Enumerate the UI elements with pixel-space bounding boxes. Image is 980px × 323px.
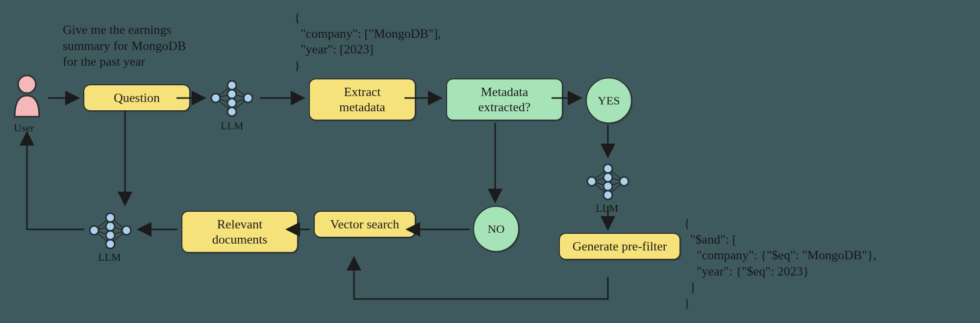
arrows-layer	[0, 0, 980, 323]
